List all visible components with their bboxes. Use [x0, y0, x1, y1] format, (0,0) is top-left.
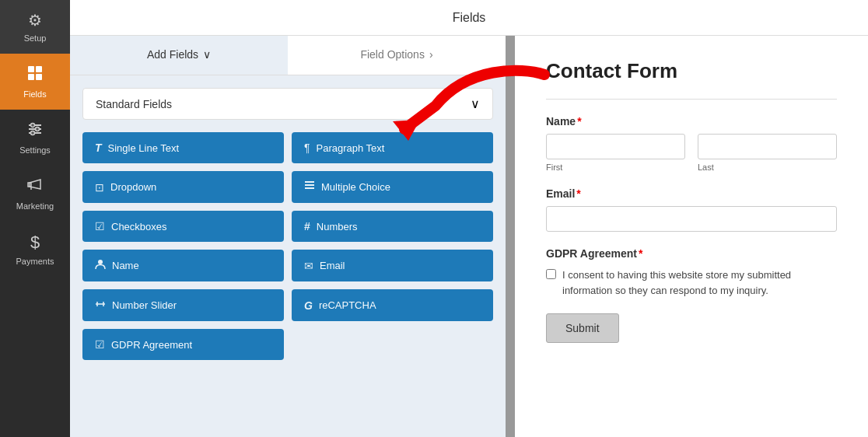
name-last-label: Last	[698, 163, 837, 172]
field-btn-gdpr-agreement[interactable]: ☑ GDPR Agreement	[82, 329, 284, 360]
paragraph-text-icon: ¶	[304, 142, 310, 154]
sidebar-label-marketing: Marketing	[16, 201, 54, 211]
field-btn-paragraph-text-label: Paragraph Text	[317, 142, 385, 154]
name-first-label: First	[546, 163, 685, 172]
right-panel: Contact Form Name* First Last	[515, 36, 868, 437]
sidebar-label-settings: Settings	[19, 145, 51, 155]
form-field-name: Name* First Last	[546, 115, 837, 172]
sidebar-item-payments[interactable]: $ Payments	[0, 222, 70, 277]
field-btn-multiple-choice[interactable]: Multiple Choice	[292, 171, 493, 203]
payments-icon: $	[30, 232, 40, 253]
page-title: Fields	[453, 11, 486, 25]
section-chevron-icon: ∨	[471, 96, 480, 111]
field-btn-dropdown-label: Dropdown	[110, 181, 156, 193]
name-fields: First Last	[546, 134, 837, 172]
field-btn-multiple-choice-label: Multiple Choice	[321, 181, 390, 193]
name-last-wrap: Last	[698, 134, 837, 172]
required-star: *	[577, 115, 581, 128]
name-icon	[95, 259, 106, 272]
chevron-right-icon: ›	[429, 48, 433, 61]
field-btn-gdpr-agreement-label: GDPR Agreement	[111, 339, 192, 351]
field-btn-checkboxes[interactable]: ☑ Checkboxes	[82, 211, 284, 242]
gdpr-icon: ☑	[95, 338, 105, 351]
field-btn-single-line-text[interactable]: T Single Line Text	[82, 132, 284, 163]
name-first-wrap: First	[546, 134, 685, 172]
svg-rect-12	[305, 181, 314, 183]
svg-rect-0	[28, 66, 34, 72]
tab-field-options[interactable]: Field Options ›	[288, 36, 506, 75]
form-field-email: Email*	[546, 187, 837, 232]
svg-rect-3	[36, 74, 42, 80]
gdpr-consent-text: I consent to having this website store m…	[562, 267, 837, 298]
checkboxes-icon: ☑	[95, 220, 105, 232]
gdpr-label: GDPR Agreement*	[546, 247, 837, 260]
multiple-choice-icon	[304, 180, 315, 194]
email-required-star: *	[576, 187, 580, 200]
svg-rect-2	[28, 74, 34, 80]
numbers-icon: #	[304, 220, 310, 232]
field-btn-number-slider[interactable]: Number Slider	[82, 289, 284, 321]
field-btn-single-line-text-label: Single Line Text	[108, 142, 180, 154]
marketing-icon	[26, 177, 44, 198]
recaptcha-icon: G	[304, 299, 313, 312]
dropdown-icon: ⊡	[95, 181, 104, 194]
field-btn-numbers[interactable]: # Numbers	[292, 211, 493, 242]
sidebar-label-fields: Fields	[23, 89, 46, 99]
field-btn-email[interactable]: ✉ Email	[292, 250, 493, 281]
section-header-label: Standard Fields	[96, 98, 172, 110]
svg-point-8	[36, 128, 40, 131]
gdpr-section: GDPR Agreement* I consent to having this…	[546, 247, 837, 298]
field-btn-email-label: Email	[320, 260, 345, 271]
chevron-down-icon: ∨	[203, 48, 211, 61]
gdpr-checkbox[interactable]	[546, 269, 556, 279]
form-divider	[546, 99, 837, 100]
gdpr-checkbox-row: I consent to having this website store m…	[546, 267, 837, 298]
field-btn-recaptcha-label: reCAPTCHA	[319, 299, 376, 311]
field-btn-name-label: Name	[112, 260, 139, 271]
tab-field-options-label: Field Options	[360, 48, 424, 61]
svg-rect-14	[305, 187, 314, 189]
settings-icon	[26, 121, 44, 142]
field-btn-checkboxes-label: Checkboxes	[111, 221, 167, 232]
field-btn-paragraph-text[interactable]: ¶ Paragraph Text	[292, 132, 493, 163]
field-btn-name[interactable]: Name	[82, 250, 284, 281]
number-slider-icon	[95, 299, 106, 312]
sidebar-item-setup[interactable]: ⚙ Setup	[0, 0, 70, 54]
email-input[interactable]	[546, 206, 837, 232]
tab-add-fields-label: Add Fields	[147, 48, 198, 61]
sidebar: ⚙ Setup Fields Settings	[0, 0, 70, 437]
email-label: Email*	[546, 187, 837, 200]
single-line-text-icon: T	[95, 142, 102, 154]
name-label: Name*	[546, 115, 837, 128]
svg-rect-13	[305, 184, 314, 186]
svg-point-9	[31, 131, 35, 135]
standard-fields-header[interactable]: Standard Fields ∨	[82, 88, 493, 120]
name-last-input[interactable]	[698, 134, 837, 159]
svg-rect-1	[36, 66, 42, 72]
svg-point-15	[98, 260, 103, 264]
field-buttons-grid: T Single Line Text ¶ Paragraph Text ⊡ Dr…	[82, 132, 493, 321]
email-icon: ✉	[304, 260, 313, 272]
field-btn-dropdown[interactable]: ⊡ Dropdown	[82, 171, 284, 203]
main-content: Fields Add Fields ∨ Field Options › S	[70, 0, 868, 437]
sidebar-label-setup: Setup	[24, 33, 47, 43]
field-btn-recaptcha[interactable]: G reCAPTCHA	[292, 289, 493, 321]
gear-icon: ⚙	[28, 11, 42, 30]
sidebar-label-payments: Payments	[16, 257, 54, 266]
svg-point-7	[31, 124, 35, 128]
field-btn-number-slider-label: Number Slider	[112, 299, 177, 311]
fields-section: Standard Fields ∨ T Single Line Text ¶ P…	[70, 75, 506, 372]
sidebar-item-settings[interactable]: Settings	[0, 110, 70, 166]
tab-add-fields[interactable]: Add Fields ∨	[70, 36, 288, 75]
form-title: Contact Form	[546, 59, 837, 83]
submit-button[interactable]: Submit	[546, 313, 619, 343]
fields-icon	[26, 65, 44, 86]
field-btn-numbers-label: Numbers	[317, 221, 358, 232]
tab-bar: Add Fields ∨ Field Options ›	[70, 36, 506, 75]
name-first-input[interactable]	[546, 134, 685, 159]
sidebar-item-marketing[interactable]: Marketing	[0, 166, 70, 222]
sidebar-item-fields[interactable]: Fields	[0, 54, 70, 110]
content-area: Add Fields ∨ Field Options › Standard Fi…	[70, 36, 868, 437]
gdpr-required-star: *	[639, 247, 642, 260]
left-panel: Add Fields ∨ Field Options › Standard Fi…	[70, 36, 506, 437]
